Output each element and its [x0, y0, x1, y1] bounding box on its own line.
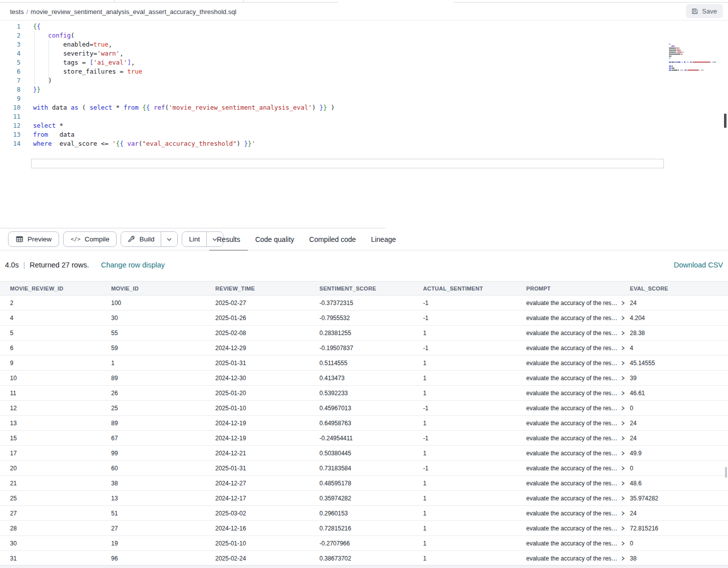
expand-prompt-chevron-icon[interactable]	[621, 331, 625, 336]
meta-divider: |	[23, 261, 25, 269]
code-line: 13from data	[0, 130, 334, 139]
download-csv-link[interactable]: Download CSV	[674, 261, 723, 269]
table-row: 6592024-12-29-0.19507837-1evaluate the a…	[0, 341, 728, 356]
cell: 0.38673702	[319, 555, 423, 562]
cell: 1	[111, 360, 215, 367]
column-header-eval_score: EVAL_SCORE	[630, 286, 728, 292]
cell: 2024-12-30	[215, 375, 319, 382]
cell: 1	[423, 330, 526, 337]
expand-prompt-chevron-icon[interactable]	[621, 511, 625, 516]
build-button[interactable]: Build	[121, 232, 161, 246]
expand-prompt-chevron-icon[interactable]	[621, 526, 625, 531]
cell: 1	[423, 420, 526, 427]
cell: -1	[423, 405, 526, 412]
table-row: 10892024-12-300.4134731evaluate the accu…	[0, 371, 728, 386]
tab-lineage[interactable]: Lineage	[363, 228, 404, 250]
breadcrumb: tests/movie_review_sentiment_analysis_ev…	[10, 8, 236, 16]
build-button-label: Build	[139, 235, 154, 243]
results-table: MOVIE_REVIEW_IDMOVIE_IDREVIEW_TIMESENTIM…	[0, 281, 728, 566]
expand-prompt-chevron-icon[interactable]	[621, 451, 625, 456]
column-header-prompt: PROMPT	[526, 286, 630, 292]
editor-minimap[interactable]	[669, 44, 724, 72]
query-duration: 4.0s	[5, 261, 19, 269]
top-tab-strip	[0, 0, 728, 4]
code-line: 9	[0, 94, 334, 103]
cell: 0.5392233	[319, 390, 423, 397]
expand-prompt-chevron-icon[interactable]	[621, 316, 625, 321]
cell: 25	[111, 405, 215, 412]
prompt-cell: evaluate the accuracy of the res…	[526, 525, 630, 532]
prompt-cell: evaluate the accuracy of the res…	[526, 315, 630, 322]
expand-prompt-chevron-icon[interactable]	[621, 301, 625, 306]
compile-button[interactable]: </> Compile	[63, 231, 117, 247]
expand-prompt-chevron-icon[interactable]	[621, 496, 625, 501]
build-dropdown-button[interactable]	[161, 232, 177, 246]
tab-results[interactable]: Results	[209, 228, 248, 250]
expand-prompt-chevron-icon[interactable]	[621, 481, 625, 486]
results-table-header: MOVIE_REVIEW_IDMOVIE_IDREVIEW_TIMESENTIM…	[0, 281, 728, 296]
cell-eval-score: 0	[630, 465, 728, 472]
table-horizontal-scrollbar[interactable]	[0, 565, 728, 568]
cell: 2024-12-27	[215, 480, 319, 487]
cell-eval-score: 48.6	[630, 480, 728, 487]
lint-button[interactable]: Lint	[182, 232, 206, 246]
line-number: 7	[0, 76, 21, 85]
expand-prompt-chevron-icon[interactable]	[621, 346, 625, 351]
prompt-cell: evaluate the accuracy of the res…	[526, 405, 630, 412]
cell: 0.48595178	[319, 480, 423, 487]
breadcrumb-filename: movie_review_sentiment_analysis_eval_ass…	[31, 8, 236, 16]
cell: 1	[423, 510, 526, 517]
code-line: 7 )	[0, 76, 334, 85]
prompt-cell: evaluate the accuracy of the res…	[526, 540, 630, 547]
expand-prompt-chevron-icon[interactable]	[621, 436, 625, 441]
table-row: 31962025-02-240.386737021evaluate the ac…	[0, 551, 728, 566]
code-editor[interactable]: 1{{2 config(3 enabled=true,4 severity='w…	[0, 21, 728, 228]
rows-returned-text: Returned 27 rows.	[30, 261, 89, 269]
code-line: 12select *	[0, 121, 334, 130]
cell: 1	[423, 360, 526, 367]
cell: 51	[111, 510, 215, 517]
cell: 1	[423, 555, 526, 562]
table-scrollbar-thumb[interactable]	[725, 467, 727, 478]
table-row: 20602025-01-310.73183584-1evaluate the a…	[0, 461, 728, 476]
expand-prompt-chevron-icon[interactable]	[621, 421, 625, 426]
tab-separator	[243, 0, 244, 3]
line-number: 11	[0, 112, 21, 121]
cell: 2025-01-31	[215, 465, 319, 472]
prompt-text: evaluate the accuracy of the res…	[526, 360, 617, 367]
code-line: 10with data as ( select * from {{ ref('m…	[0, 103, 334, 112]
cell: 0.50380445	[319, 450, 423, 457]
cell: -0.19507837	[319, 345, 423, 352]
ide-app: tests/movie_review_sentiment_analysis_ev…	[0, 0, 728, 568]
tab-code-quality[interactable]: Code quality	[248, 228, 302, 250]
prompt-text: evaluate the accuracy of the res…	[526, 450, 617, 457]
cell: 1	[423, 525, 526, 532]
breadcrumb-folder[interactable]: tests	[10, 8, 24, 16]
cell: 10	[10, 375, 111, 382]
table-icon	[16, 235, 24, 243]
tab-compiled-code[interactable]: Compiled code	[302, 228, 363, 250]
code-lines: 1{{2 config(3 enabled=true,4 severity='w…	[0, 22, 334, 148]
expand-prompt-chevron-icon[interactable]	[621, 391, 625, 396]
preview-button[interactable]: Preview	[8, 231, 59, 247]
expand-prompt-chevron-icon[interactable]	[621, 376, 625, 381]
expand-prompt-chevron-icon[interactable]	[621, 406, 625, 411]
change-row-display-link[interactable]: Change row display	[101, 261, 165, 269]
table-row: 21002025-02-27-0.37372315-1evaluate the …	[0, 296, 728, 311]
expand-prompt-chevron-icon[interactable]	[621, 541, 625, 546]
table-row: 30192025-01-10-0.27079661evaluate the ac…	[0, 536, 728, 551]
cell: 25	[10, 495, 111, 502]
line-number: 10	[0, 103, 21, 112]
cell-eval-score: 35.974282	[630, 495, 728, 502]
cell-eval-score: 28.38	[630, 330, 728, 337]
save-button[interactable]: Save	[686, 4, 723, 18]
expand-prompt-chevron-icon[interactable]	[621, 556, 625, 561]
expand-prompt-chevron-icon[interactable]	[621, 466, 625, 471]
results-table-body: 21002025-02-27-0.37372315-1evaluate the …	[0, 296, 728, 566]
cell: 30	[111, 315, 215, 322]
cell: 0.5114555	[319, 360, 423, 367]
expand-prompt-chevron-icon[interactable]	[621, 361, 625, 366]
line-number: 13	[0, 130, 21, 139]
editor-scrollbar-thumb[interactable]	[724, 114, 726, 128]
cell: 2025-01-10	[215, 540, 319, 547]
